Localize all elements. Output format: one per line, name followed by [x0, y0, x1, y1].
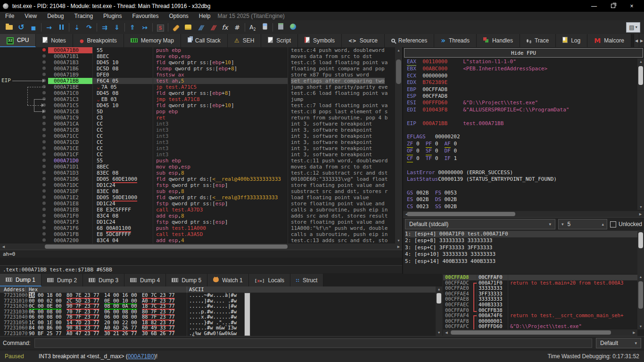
disasm-row[interactable]: 000A71CCCCint3int 3, software breakpoint	[0, 133, 395, 139]
scroll-down-icon[interactable]: ▼	[436, 330, 442, 336]
script-s-button[interactable]: S	[154, 22, 166, 33]
scroll-up-icon[interactable]: ▲	[395, 47, 402, 53]
expression-function-button[interactable]: fx	[219, 22, 231, 33]
register-line-eax[interactable]: EAX 00110000 L"station-l1-1-0"	[403, 59, 637, 66]
breakpoint-dot-icon[interactable]	[42, 146, 46, 150]
disasm-address[interactable]: 000A71D3	[48, 170, 92, 176]
disasm-address[interactable]: 000A71DF	[48, 188, 92, 194]
disasm-address[interactable]: 000A71C0	[48, 90, 92, 96]
disasm-row[interactable]: 000A71FBE8 5DC8FFFFcall test.A3A5Dcalls …	[0, 231, 395, 237]
disasm-row[interactable]: 000A71B3DD45 10fld qword ptr ss:[ebp+10]…	[0, 59, 395, 66]
argument-count-spinner[interactable]: ▾5▴	[558, 219, 607, 229]
step-down-button[interactable]: ⇓	[111, 22, 123, 33]
dump-row[interactable]: 7723106084 00 86 0090 81 23 77A0 6D 26 7…	[0, 325, 442, 331]
stack-row[interactable]: 00CFFAD800CFFAF0	[443, 275, 637, 280]
disasm-address[interactable]: 000A71C5	[48, 102, 92, 109]
disasm-address[interactable]: 000A71DC	[48, 182, 92, 188]
menu-item-help[interactable]: Help	[194, 13, 216, 19]
tab-symbols[interactable]: Symbols	[298, 34, 342, 47]
stack-row[interactable]: 00CFFAE43FF33333	[443, 291, 637, 297]
scroll-down-icon[interactable]: ▼	[637, 204, 644, 210]
breakpoint-dot-icon[interactable]	[42, 79, 46, 82]
disasm-address[interactable]: 000A71B9	[48, 72, 92, 78]
breakpoint-dot-icon[interactable]	[42, 208, 46, 211]
scroll-down-icon[interactable]: ▼	[637, 323, 644, 329]
disasm-address[interactable]: 000A71F3	[48, 219, 92, 225]
dump-row[interactable]: 7723104006 00 08 0078 7F 23 7706 00 08 0…	[0, 314, 442, 320]
disasm-address[interactable]: 000A7200	[48, 237, 92, 244]
stack-row[interactable]: 00CFFAF000CFFB38	[443, 308, 637, 313]
menu-item-options[interactable]: Options	[164, 13, 193, 19]
breakpoint-dot-icon[interactable]	[42, 60, 46, 64]
disasm-address[interactable]: 000A71CC	[48, 133, 92, 139]
tab-script[interactable]: Script	[261, 34, 298, 47]
registers-hscrollbar[interactable]: ◀ ▶	[403, 211, 644, 217]
disasm-address[interactable]: 000A71C9	[48, 115, 92, 121]
disasm-address[interactable]: 000A71D1	[48, 164, 92, 170]
scroll-handle[interactable]	[45, 244, 288, 249]
disasm-address[interactable]: 000A71D0	[48, 158, 92, 164]
patches-button[interactable]	[170, 22, 182, 33]
step-over-button[interactable]: ↷	[83, 22, 95, 33]
register-line-ebp[interactable]: EBP 00CFFAD8	[403, 86, 637, 93]
stack-row[interactable]: 00CFFAF4000A74F6return to test.__scrt_co…	[443, 313, 637, 319]
scroll-right-icon[interactable]: ▶	[631, 329, 637, 336]
disasm-address[interactable]: 000A71EB	[48, 207, 92, 213]
dump-pane-vscrollbar[interactable]: ▲ ▼	[436, 286, 442, 336]
register-line-last[interactable]: LastStatusC0000139 (STATUS_ENTRYPOINT_NO…	[403, 176, 637, 183]
breakpoint-dot-icon[interactable]	[42, 220, 46, 223]
menu-item-plugins[interactable]: Plugins	[98, 13, 127, 19]
disasm-address[interactable]: 000A71CD	[48, 139, 92, 145]
register-line-esi[interactable]: ESI 00FFFD60 &"D:\\Project\\test.exe"	[403, 100, 637, 106]
disasm-row[interactable]: 000A71DF83EC 08sub esp,8substract src an…	[0, 188, 395, 194]
open-file-button[interactable]	[3, 22, 15, 33]
disasm-row[interactable]: 000A71B6DC5D 08fcomp qword ptr ss:[ebp+8…	[0, 66, 395, 72]
disasm-address[interactable]: 000A71C3	[48, 96, 92, 102]
breakpoint-dot-icon[interactable]	[42, 159, 46, 162]
disasm-address[interactable]: 000A71B1	[48, 53, 92, 59]
breakpoint-dot-icon[interactable]	[42, 85, 46, 88]
disasm-row[interactable]: 000A71E8DD1C24fstp qword ptr ss:[esp]sto…	[0, 201, 395, 207]
restart-button[interactable]: ↺	[15, 22, 27, 33]
registers-vscrollbar[interactable]: ▲ ▼	[637, 59, 644, 210]
disasm-address[interactable]: 000A71CB	[48, 127, 92, 133]
disasm-address[interactable]: 000A71B0	[48, 47, 92, 53]
disasm-address[interactable]: 000A71F0	[48, 213, 92, 219]
dump-row[interactable]: 7723107090 BF 25 77A0 47 23 7730 21 26 7…	[0, 331, 442, 337]
register-line-eip[interactable]: EIP 000A71BB test.000A71BB	[403, 120, 637, 127]
dump-tab-dump-5[interactable]: Dump 5	[166, 274, 207, 286]
stack-row[interactable]: 00CFFAE833333333	[443, 296, 637, 302]
breakpoint-dot-icon[interactable]	[42, 226, 46, 229]
hash-button[interactable]: #	[231, 22, 243, 33]
disasm-address[interactable]: 000A71B6	[48, 66, 92, 72]
minimize-button[interactable]: —	[585, 0, 603, 12]
disasm-row[interactable]: 000A71D18BECmov ebp,espmoves data from s…	[0, 164, 395, 170]
disasm-row[interactable]: 000A71EBE8 E3C5FFFFcall test.A37D3calls …	[0, 207, 395, 213]
scroll-handle[interactable]	[638, 66, 643, 85]
register-line-gap1[interactable]	[403, 113, 637, 120]
register-line-ebx[interactable]: EBX 00ABC000 <PEB.InheritedAddressSpace>	[403, 66, 637, 72]
disasm-row[interactable]: 000A71F668 00A01100push test.11A00011A00…	[0, 225, 395, 231]
argument-rows[interactable]: 1: [esp+4] 000A71F0 test.000A71F02: [esp…	[403, 231, 644, 265]
disasm-row[interactable]: 000A71B18BECmov ebp,espmoves data from s…	[0, 53, 395, 59]
pause-button[interactable]	[55, 22, 67, 33]
stack-row[interactable]: 00CFFADC000A71F0return to test.main+20 f…	[443, 280, 637, 286]
tab-cpu[interactable]: 32CPU	[0, 34, 36, 47]
command-input[interactable]	[34, 338, 592, 348]
breakpoint-dot-icon[interactable]	[42, 73, 46, 76]
register-line-eflags[interactable]: EFLAGS 00000202	[403, 134, 637, 140]
breakpoint-dot-icon[interactable]	[42, 122, 46, 125]
register-line-segments-2[interactable]: CS 0023 SS 002B	[403, 203, 637, 210]
breakpoint-dot-icon[interactable]	[42, 202, 46, 205]
calling-convention-select[interactable]: Default (stdcall)▾	[405, 219, 555, 229]
disasm-address[interactable]: 000A71C8	[48, 109, 92, 115]
tab-references[interactable]: References	[385, 34, 434, 47]
disasm-address[interactable]: 000A71E8	[48, 201, 92, 207]
menu-item-debug[interactable]: Debug	[42, 13, 69, 19]
register-line-esp[interactable]: ESP 00CFFAD8	[403, 93, 637, 100]
register-line-gap2[interactable]	[403, 127, 637, 134]
disasm-address[interactable]: 000A71CA	[48, 121, 92, 127]
tab-seh[interactable]: ⚠SEH	[228, 34, 261, 47]
dump-tab-dump-3[interactable]: Dump 3	[83, 274, 124, 286]
scroll-up-icon[interactable]: ▲	[436, 286, 442, 293]
